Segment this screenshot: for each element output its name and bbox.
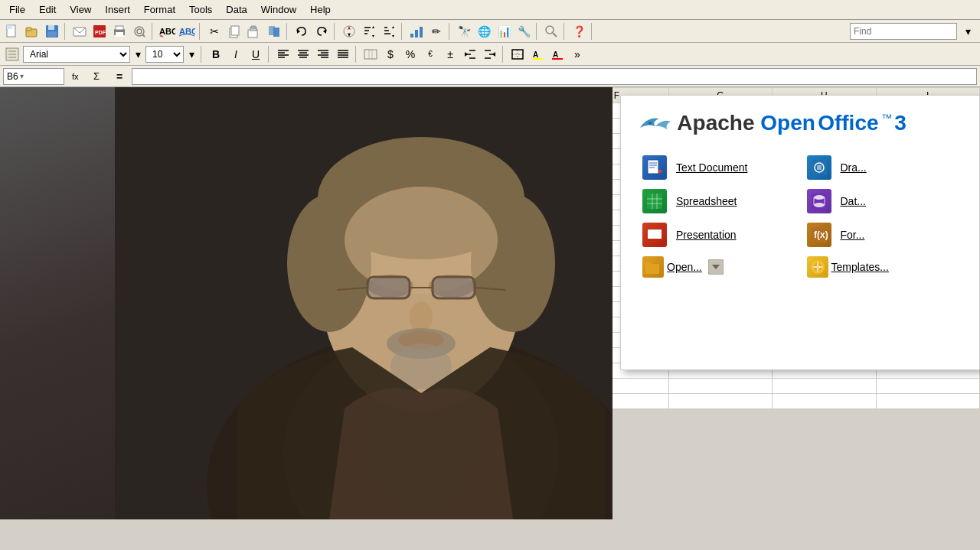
btn-indent-more[interactable] [481,45,499,63]
btn-save[interactable] [43,22,61,41]
svg-text:fx: fx [72,72,79,81]
btn-spellcheck[interactable]: ABC [158,22,176,41]
btn-align-left[interactable] [274,45,292,63]
svg-rect-40 [410,34,413,37]
btn-find-arrow[interactable]: ▾ [959,22,977,41]
btn-macros[interactable]: 📊 [495,22,513,41]
btn-cut[interactable]: ✂ [205,22,224,41]
cell-H20[interactable] [773,394,876,409]
svg-line-44 [553,33,557,37]
ooo-right-col: Dra... Dat... f(x) For... [801,151,965,282]
cell-G20[interactable] [668,394,772,409]
btn-zoom[interactable] [542,22,560,41]
svg-marker-25 [297,29,300,34]
btn-remove-decimal[interactable]: ± [441,45,459,63]
btn-email[interactable] [70,22,89,41]
font-select-arrow[interactable]: ▾ [132,45,144,63]
btn-add-decimal[interactable]: € [421,45,439,63]
menu-view[interactable]: View [64,2,97,17]
btn-gallery[interactable]: 🔭 [455,22,473,41]
ooo-open-row[interactable]: Open... [636,252,800,282]
btn-hyperlink[interactable]: 🌐 [475,22,493,41]
btn-percent[interactable]: % [401,45,420,63]
ooo-label-draw: Dra... [841,161,867,174]
btn-align-right[interactable] [314,45,332,63]
btn-sum[interactable]: Σ [89,67,107,86]
btn-datatools[interactable]: 🔧 [514,22,533,41]
svg-marker-69 [465,52,468,57]
find-input[interactable] [850,23,957,40]
btn-italic[interactable]: I [227,45,245,63]
btn-function-wizard[interactable]: fx [67,67,86,86]
btn-undo[interactable] [292,22,311,41]
btn-new[interactable] [3,22,21,41]
btn-currency[interactable]: $ [381,45,400,63]
btn-autocorrect[interactable]: ABC [178,22,196,41]
btn-font-color[interactable]: A [548,45,567,63]
cell-H19[interactable] [773,379,876,394]
btn-navigator[interactable] [340,22,358,41]
cell-ref-dropdown[interactable]: ▾ [20,72,24,80]
btn-sort-desc[interactable] [380,22,398,41]
sep3 [199,23,202,40]
btn-paste[interactable] [245,22,263,41]
btn-indent-less[interactable] [461,45,479,63]
menu-insert[interactable]: Insert [99,2,136,17]
ooo-item-writer[interactable]: Text Document [636,151,800,184]
open-dropdown-arrow[interactable] [708,259,724,275]
menu-tools[interactable]: Tools [183,2,218,17]
svg-marker-33 [372,26,374,28]
font-size-arrow[interactable]: ▾ [185,45,198,63]
btn-sort-asc[interactable] [360,22,378,41]
svg-marker-29 [348,33,351,37]
formula-input[interactable] [132,68,977,85]
svg-rect-19 [231,26,239,35]
btn-bg-color[interactable]: A [528,45,547,63]
btn-preview[interactable] [130,22,149,41]
ooo-icon-writer [642,155,667,180]
btn-align-center[interactable] [294,45,312,63]
btn-equal[interactable]: = [110,67,129,86]
cell-I20[interactable] [876,394,980,409]
btn-borders[interactable] [508,45,527,63]
cell-reference-box[interactable]: B6 ▾ [3,68,64,85]
menu-data[interactable]: Data [220,2,253,17]
ooo-bird-svg [636,112,671,134]
btn-help[interactable]: ❓ [570,22,588,41]
ooo-item-formula[interactable]: f(x) For... [801,218,965,252]
btn-open[interactable] [23,22,41,41]
cell-I19[interactable] [876,379,980,394]
btn-merge[interactable] [361,45,380,63]
btn-copy[interactable] [225,22,243,41]
btn-redo[interactable] [312,22,331,41]
menu-file[interactable]: File [3,2,31,17]
svg-rect-114 [647,194,662,209]
btn-underline[interactable]: U [247,45,265,63]
btn-clone[interactable] [265,22,283,41]
ooo-item-database[interactable]: Dat... [801,184,965,218]
ooo-open-label: Open... [667,261,702,273]
font-size-select[interactable]: 10 [145,46,184,63]
btn-export-pdf[interactable]: PDF [90,22,109,41]
menu-window[interactable]: Window [255,2,302,17]
menu-help[interactable]: Help [304,2,337,17]
cell-G19[interactable] [668,379,772,394]
btn-align-justify[interactable] [334,45,352,63]
svg-rect-109 [648,160,658,174]
btn-styles[interactable] [3,45,21,63]
btn-bold[interactable]: B [207,45,225,63]
ooo-item-impress[interactable]: Presentation [636,218,800,252]
menu-format[interactable]: Format [138,2,181,17]
font-select[interactable]: Arial [23,46,130,63]
btn-print[interactable] [110,22,129,41]
btn-draw[interactable]: ✏ [427,22,446,41]
menu-edit[interactable]: Edit [33,2,62,17]
ooo-templates-row[interactable]: Templates... [801,252,965,282]
btn-chart[interactable] [407,22,426,41]
svg-text:f(x): f(x) [814,229,828,240]
svg-text:PDF: PDF [95,30,106,35]
btn-more-formatting[interactable]: » [568,45,586,63]
ooo-item-draw[interactable]: Dra... [801,151,965,184]
ooo-item-calc[interactable]: Spreadsheet [636,184,800,218]
ooo-label-calc: Spreadsheet [676,195,737,207]
